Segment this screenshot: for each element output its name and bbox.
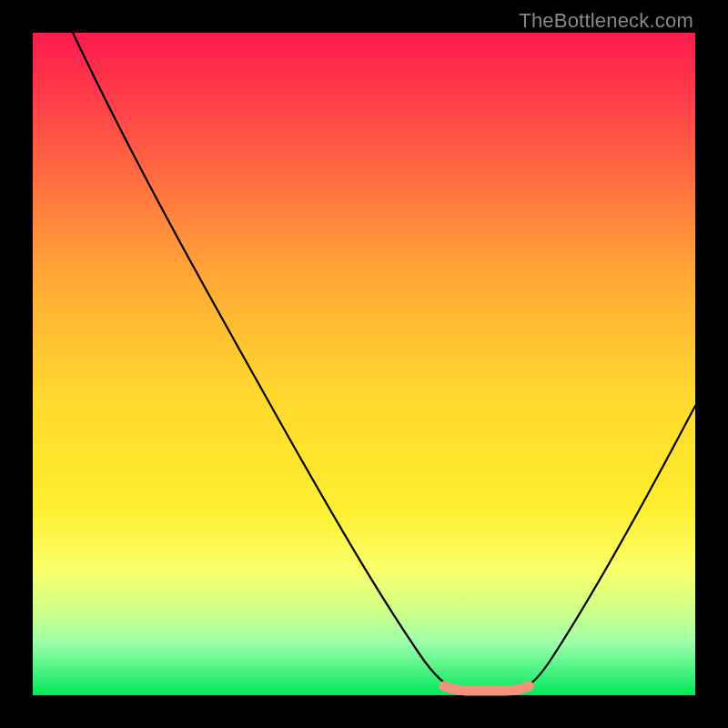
plot-area — [33, 33, 695, 695]
chart-svg — [33, 33, 695, 695]
chart-frame: TheBottleneck.com — [0, 0, 728, 728]
marker-dot-left — [440, 682, 450, 692]
watermark-text: TheBottleneck.com — [519, 9, 693, 33]
curve-line — [73, 33, 695, 690]
highlight-marker — [444, 686, 529, 691]
marker-dot-right — [524, 682, 534, 692]
